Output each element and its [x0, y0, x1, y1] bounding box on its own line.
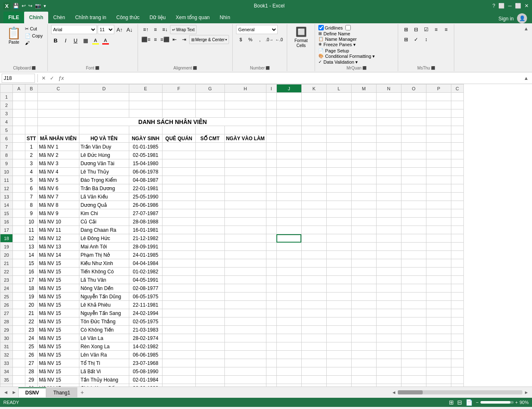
- cut-btn[interactable]: ✂ Cut: [24, 26, 44, 32]
- cell-J23[interactable]: [276, 276, 301, 284]
- cell-F16[interactable]: [162, 218, 195, 226]
- cell-F10[interactable]: [162, 168, 195, 176]
- cell-B27[interactable]: 21: [25, 309, 38, 317]
- view-normal-icon[interactable]: ⊞: [449, 399, 454, 406]
- cell-E35[interactable]: 02-01-1984: [129, 376, 162, 384]
- cell-H3[interactable]: [224, 109, 266, 118]
- cell-E1[interactable]: [129, 93, 162, 101]
- cell-C28[interactable]: Mã NV 15: [37, 317, 79, 326]
- cell-B14[interactable]: 8: [25, 201, 38, 209]
- cell-L30[interactable]: [326, 334, 351, 342]
- cell-C36[interactable]: Mã NV 15: [37, 384, 79, 387]
- scroll-right-btn[interactable]: ►: [524, 390, 529, 395]
- cell-I29[interactable]: [266, 326, 276, 334]
- row-number-15[interactable]: 15: [0, 209, 13, 218]
- cell-A19[interactable]: [13, 243, 25, 251]
- row-number-5[interactable]: 5: [0, 126, 13, 134]
- row-number-35[interactable]: 35: [0, 376, 13, 384]
- comma-btn[interactable]: ,: [255, 35, 264, 44]
- cell-P9[interactable]: [426, 159, 451, 168]
- cell-L35[interactable]: [326, 376, 351, 384]
- cell-O1[interactable]: [401, 93, 426, 101]
- row-number-24[interactable]: 24: [0, 284, 13, 292]
- cell-I9[interactable]: [266, 159, 276, 168]
- col-header-i[interactable]: I: [266, 84, 276, 93]
- cell-B12[interactable]: 6: [25, 184, 38, 193]
- cell-B17[interactable]: 11: [25, 226, 38, 234]
- cell-F29[interactable]: [162, 326, 195, 334]
- cell-G35[interactable]: [195, 376, 224, 384]
- cell-G6[interactable]: SỐ CMT: [195, 134, 224, 143]
- decrease-decimal-btn[interactable]: .0→: [265, 35, 274, 44]
- cell-Q26[interactable]: [451, 301, 463, 309]
- cell-C9[interactable]: Mã NV 3: [37, 159, 79, 168]
- cell-M14[interactable]: [351, 201, 376, 209]
- cell-M11[interactable]: [351, 176, 376, 184]
- cell-O7[interactable]: [401, 143, 426, 151]
- cell-C16[interactable]: Mã NV 10: [37, 218, 79, 226]
- cell-P34[interactable]: [426, 367, 451, 376]
- cell-H2[interactable]: [224, 101, 266, 109]
- msthu-btn6[interactable]: ✓: [411, 35, 421, 44]
- cell-K25[interactable]: [301, 292, 326, 301]
- cell-F31[interactable]: [162, 342, 195, 351]
- cell-Q3[interactable]: [451, 109, 463, 118]
- cell-O27[interactable]: [401, 309, 426, 317]
- cell-O22[interactable]: [401, 268, 426, 276]
- cell-D31[interactable]: Rèn Xong La: [79, 342, 129, 351]
- cell-F28[interactable]: [162, 317, 195, 326]
- cell-Q14[interactable]: [451, 201, 463, 209]
- cell-N6[interactable]: [376, 134, 401, 143]
- cell-J10[interactable]: [276, 168, 301, 176]
- cell-J34[interactable]: [276, 367, 301, 376]
- cell-J25[interactable]: [276, 292, 301, 301]
- cell-E32[interactable]: 06-06-1985: [129, 351, 162, 359]
- cell-B3[interactable]: [25, 109, 38, 118]
- cell-I6[interactable]: [266, 134, 276, 143]
- cell-I36[interactable]: [266, 384, 276, 387]
- cell-G9[interactable]: [195, 159, 224, 168]
- cell-D36[interactable]: Chích Xong Sốc: [79, 384, 129, 387]
- cell-C1[interactable]: [37, 93, 79, 101]
- cell-L14[interactable]: [326, 201, 351, 209]
- cell-M16[interactable]: [351, 218, 376, 226]
- sheet-tab-thang1[interactable]: Thang1: [46, 387, 77, 397]
- cell-B2[interactable]: [25, 101, 38, 109]
- cell-H15[interactable]: [224, 209, 266, 218]
- tab-chinh-trang-in[interactable]: Chỉnh trang in: [70, 12, 111, 23]
- cell-I7[interactable]: [266, 143, 276, 151]
- cell-Q8[interactable]: [451, 151, 463, 159]
- cell-P12[interactable]: [426, 184, 451, 193]
- data-validation-btn[interactable]: Data Validation ▾: [323, 59, 358, 65]
- cell-P11[interactable]: [426, 176, 451, 184]
- cell-L11[interactable]: [326, 176, 351, 184]
- cell-M29[interactable]: [351, 326, 376, 334]
- merge-center-dropdown-icon[interactable]: ▾: [225, 38, 227, 42]
- row-number-14[interactable]: 14: [0, 201, 13, 209]
- cell-K9[interactable]: [301, 159, 326, 168]
- cell-E30[interactable]: 28-02-1974: [129, 334, 162, 342]
- font-name-select[interactable]: Arial: [51, 25, 97, 34]
- cell-I13[interactable]: [266, 193, 276, 201]
- cell-C31[interactable]: Mã NV 15: [37, 342, 79, 351]
- row-number-7[interactable]: 7: [0, 143, 13, 151]
- cell-H7[interactable]: [224, 143, 266, 151]
- cell-M5[interactable]: [351, 126, 376, 134]
- cell-F6[interactable]: QUÊ QUÁN: [162, 134, 195, 143]
- h-scrollbar[interactable]: [398, 390, 522, 394]
- cell-N3[interactable]: [376, 109, 401, 118]
- cell-Q28[interactable]: [451, 317, 463, 326]
- freeze-panes-btn[interactable]: Freeze Panes ▾: [323, 42, 356, 47]
- row-number-6[interactable]: 6: [0, 134, 13, 143]
- cell-H31[interactable]: [224, 342, 266, 351]
- cell-Q34[interactable]: [451, 367, 463, 376]
- cell-N31[interactable]: [376, 342, 401, 351]
- cell-E17[interactable]: 16-01-1981: [129, 226, 162, 234]
- cell-C26[interactable]: Mã NV 15: [37, 301, 79, 309]
- format-cells-btn[interactable]: 🔲 FormatCells: [291, 25, 311, 50]
- msthu-expand-icon[interactable]: ⬛: [431, 66, 435, 70]
- cell-A36[interactable]: [13, 384, 25, 387]
- cell-F2[interactable]: [162, 101, 195, 109]
- define-name-btn[interactable]: Define Name: [323, 31, 350, 36]
- cell-Q7[interactable]: [451, 143, 463, 151]
